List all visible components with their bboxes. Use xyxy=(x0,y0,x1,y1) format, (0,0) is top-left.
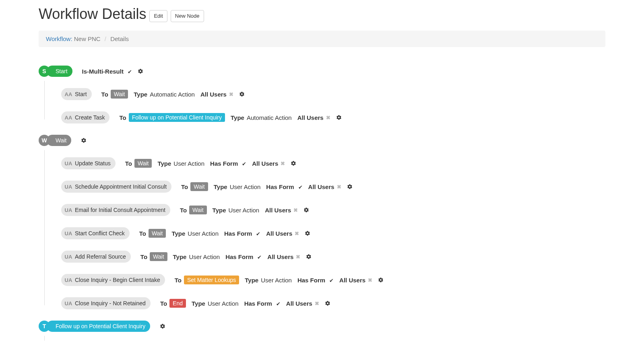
remove-icon[interactable]: ✖ xyxy=(281,160,285,167)
gear-icon[interactable] xyxy=(378,277,384,283)
gear-icon[interactable] xyxy=(305,230,310,236)
remove-icon[interactable]: ✖ xyxy=(293,207,298,213)
to-tag[interactable]: Wait xyxy=(189,206,206,214)
action-pill[interactable]: AAStart xyxy=(61,88,92,100)
meta-has-form: Has Form xyxy=(210,160,246,167)
action-row: UAClose Inquiry - Begin Client IntakeToS… xyxy=(61,274,603,286)
node-row: TFollow up on Potential Client Inquiry xyxy=(39,321,603,332)
meta-all-users: All Users✖ xyxy=(265,207,298,214)
meta-to: ToWait xyxy=(180,206,207,214)
gear-icon[interactable] xyxy=(306,254,312,259)
action-pill[interactable]: AACreate Task xyxy=(61,111,109,123)
meta-has-form: Has Form xyxy=(225,253,262,260)
meta-all-users: All Users✖ xyxy=(297,114,330,121)
action-label: Email for Initial Consult Appointment xyxy=(75,207,165,213)
check-icon xyxy=(275,300,281,307)
gear-icon[interactable] xyxy=(303,207,309,213)
to-tag[interactable]: Set Matter Lookups xyxy=(184,276,239,284)
new-node-button[interactable]: New Node xyxy=(171,10,204,22)
action-pill[interactable]: UAClose Inquiry - Begin Client Intake xyxy=(61,274,165,286)
gear-icon[interactable] xyxy=(291,160,296,166)
to-tag[interactable]: Wait xyxy=(150,252,167,261)
meta-to: ToFollow up on Potential Client Inquiry xyxy=(119,113,225,122)
gear-icon[interactable] xyxy=(81,138,87,143)
node-pill[interactable]: Follow up on Potential Client Inquiry xyxy=(47,321,150,332)
workflow-tree-scroll[interactable]: SStartIs-Multi-ResultAAStartToWaitTypeAu… xyxy=(39,55,605,341)
node-children: UAUpdate StatusToWaitTypeUser ActionHas … xyxy=(39,157,603,309)
remove-icon[interactable]: ✖ xyxy=(337,184,341,190)
meta-type: TypeAutomatic Action xyxy=(231,114,292,121)
to-tag[interactable]: End xyxy=(169,299,186,308)
page-title: Workflow Details xyxy=(39,6,146,23)
to-tag[interactable]: Follow up on Potential Client Inquiry xyxy=(129,113,225,122)
edit-button[interactable]: Edit xyxy=(149,10,167,22)
action-pill[interactable]: UAUpdate Status xyxy=(61,157,116,169)
node-children: AAStartToWaitTypeAutomatic ActionAll Use… xyxy=(39,88,603,123)
meta-type: TypeUser Action xyxy=(213,207,260,214)
action-row: AAStartToWaitTypeAutomatic ActionAll Use… xyxy=(61,88,603,100)
meta-to: ToWait xyxy=(139,229,166,238)
action-pill[interactable]: UAEmail for Initial Consult Appointment xyxy=(61,204,170,216)
meta-all-users: All Users✖ xyxy=(252,160,285,167)
action-label: Schedule Appointment Initial Consult xyxy=(75,183,167,190)
action-row: UAStart Conflict CheckToWaitTypeUser Act… xyxy=(61,227,603,239)
action-row: UAAdd Referral SourceToWaitTypeUser Acti… xyxy=(61,251,603,263)
action-prefix: UA xyxy=(64,230,73,237)
action-prefix: UA xyxy=(64,254,73,260)
meta-all-users: All Users✖ xyxy=(308,183,341,190)
node-block: WWaitUAUpdate StatusToWaitTypeUser Actio… xyxy=(39,135,603,309)
action-pill[interactable]: UAClose Inquiry - Not Retained xyxy=(61,297,151,309)
meta-all-users: All Users✖ xyxy=(339,277,372,284)
gear-icon[interactable] xyxy=(138,68,143,74)
action-pill[interactable]: UAAdd Referral Source xyxy=(61,251,131,263)
check-icon xyxy=(240,160,246,167)
meta-type: TypeUser Action xyxy=(245,277,292,284)
remove-icon[interactable]: ✖ xyxy=(315,300,319,306)
meta-to: ToWait xyxy=(140,252,167,261)
to-tag[interactable]: Wait xyxy=(111,90,128,99)
meta-type: TypeUser Action xyxy=(192,300,239,307)
action-prefix: AA xyxy=(64,91,73,97)
gear-icon[interactable] xyxy=(325,300,330,306)
workflow-tree: SStartIs-Multi-ResultAAStartToWaitTypeAu… xyxy=(39,66,603,341)
meta-type: TypeAutomatic Action xyxy=(134,91,195,98)
action-label: Close Inquiry - Not Retained xyxy=(75,300,146,306)
remove-icon[interactable]: ✖ xyxy=(368,277,372,283)
breadcrumb-workflow-link[interactable]: Workflow: xyxy=(46,35,72,42)
check-icon xyxy=(126,68,132,75)
action-label: Create Task xyxy=(75,114,105,121)
meta-to: ToWait xyxy=(181,182,208,191)
flag-is-multi-result: Is-Multi-Result xyxy=(82,68,132,75)
check-icon xyxy=(328,277,334,284)
action-label: Add Referral Source xyxy=(75,253,126,260)
remove-icon[interactable]: ✖ xyxy=(326,115,330,121)
action-label: Update Status xyxy=(75,160,111,167)
action-prefix: UA xyxy=(64,300,73,306)
meta-to: ToWait xyxy=(101,90,128,99)
action-row: UAClose Inquiry - Not RetainedToEndTypeU… xyxy=(61,297,603,309)
check-icon xyxy=(297,183,303,190)
meta-all-users: All Users✖ xyxy=(200,91,233,98)
action-row: UASchedule Appointment Initial ConsultTo… xyxy=(61,181,603,193)
to-tag[interactable]: Wait xyxy=(149,229,166,238)
node-block: SStartIs-Multi-ResultAAStartToWaitTypeAu… xyxy=(39,66,603,123)
gear-icon[interactable] xyxy=(160,323,165,329)
meta-type: TypeUser Action xyxy=(173,253,220,260)
node-pill[interactable]: Wait xyxy=(47,135,71,146)
remove-icon[interactable]: ✖ xyxy=(229,91,233,97)
to-tag[interactable]: Wait xyxy=(134,159,152,168)
remove-icon[interactable]: ✖ xyxy=(295,230,299,237)
meta-all-users: All Users✖ xyxy=(286,300,319,307)
gear-icon[interactable] xyxy=(347,184,353,189)
breadcrumb: Workflow: New PNC / Details xyxy=(39,31,605,47)
gear-icon[interactable] xyxy=(336,115,342,120)
action-label: Start xyxy=(75,91,87,97)
remove-icon[interactable]: ✖ xyxy=(296,254,300,260)
node-pill[interactable]: Start xyxy=(47,66,72,77)
meta-has-form: Has Form xyxy=(297,277,334,284)
gear-icon[interactable] xyxy=(239,91,245,97)
action-pill[interactable]: UASchedule Appointment Initial Consult xyxy=(61,181,171,193)
action-pill[interactable]: UAStart Conflict Check xyxy=(61,227,130,239)
check-icon xyxy=(254,230,260,237)
to-tag[interactable]: Wait xyxy=(190,182,208,191)
